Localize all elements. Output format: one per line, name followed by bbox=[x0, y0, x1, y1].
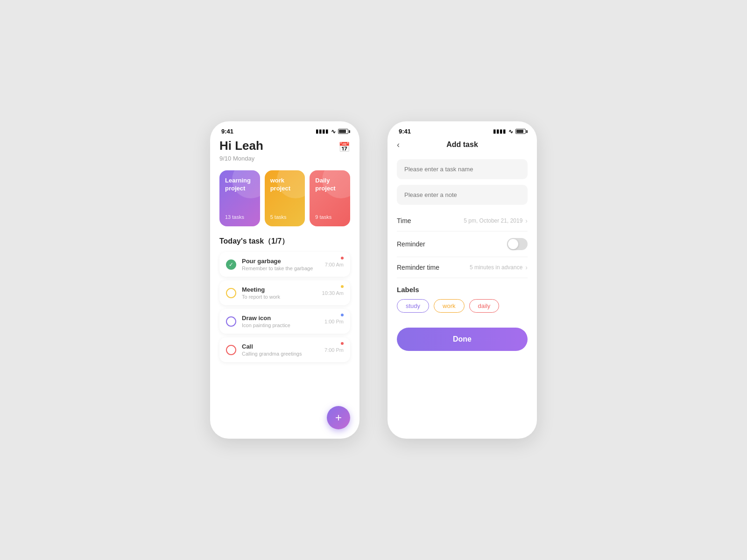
task-desc-call: Calling grandma greetings bbox=[242, 351, 319, 357]
time-1: 9:41 bbox=[221, 128, 233, 135]
status-icons-1: ▮▮▮▮ ∿ bbox=[316, 128, 348, 135]
task-time-meeting: 10:30 Am bbox=[322, 290, 344, 296]
time-row[interactable]: Time 5 pm, October 21, 2019 › bbox=[397, 210, 528, 231]
task-desc-meeting: To report to work bbox=[242, 294, 317, 300]
phone1-content: Hi Leah 📅 9/10 Monday Learning project 1… bbox=[210, 139, 359, 371]
task-name-call: Call bbox=[242, 343, 319, 350]
wifi-icon: ∿ bbox=[331, 128, 336, 135]
section-title: Today's task（1/7） bbox=[219, 237, 350, 246]
chevron-right-icon-2: › bbox=[525, 264, 528, 271]
task-dot-draw-icon bbox=[341, 314, 344, 316]
reminder-time-row[interactable]: Reminder time 5 minutes in advance › bbox=[397, 257, 528, 278]
task-item-meeting[interactable]: Meeting To report to work 10:30 Am bbox=[219, 280, 350, 305]
task-name-input[interactable] bbox=[397, 159, 528, 179]
label-chip-work[interactable]: work bbox=[434, 299, 464, 313]
note-input[interactable] bbox=[397, 185, 528, 205]
wifi-icon-2: ∿ bbox=[508, 128, 513, 135]
status-bar-1: 9:41 ▮▮▮▮ ∿ bbox=[210, 121, 359, 139]
greeting-title: Hi Leah bbox=[219, 139, 263, 153]
nav-title: Add task bbox=[446, 140, 478, 149]
time-value: 5 pm, October 21, 2019 bbox=[464, 217, 522, 224]
reminder-row: Reminder bbox=[397, 231, 528, 257]
status-icons-2: ▮▮▮▮ ∿ bbox=[493, 128, 526, 135]
task-time-call: 7:00 Pm bbox=[324, 347, 344, 353]
label-chip-daily[interactable]: daily bbox=[469, 299, 500, 313]
task-dot-pour-garbage bbox=[341, 257, 344, 259]
greeting-date: 9/10 Monday bbox=[219, 155, 350, 162]
project-daily-tasks: 9 tasks bbox=[315, 214, 345, 220]
projects-row: Learning project 13 tasks work project 5… bbox=[219, 170, 350, 226]
reminder-toggle[interactable] bbox=[507, 238, 528, 250]
battery-icon bbox=[338, 129, 348, 134]
chevron-right-icon: › bbox=[525, 217, 528, 224]
reminder-time-value: 5 minutes in advance bbox=[470, 264, 522, 271]
project-card-daily[interactable]: Daily project 9 tasks bbox=[310, 170, 350, 226]
labels-title: Labels bbox=[397, 286, 528, 294]
calendar-icon[interactable]: 📅 bbox=[338, 141, 350, 153]
task-dot-meeting bbox=[341, 285, 344, 288]
nav-bar: ‹ Add task bbox=[397, 139, 528, 151]
task-check-call[interactable] bbox=[226, 345, 236, 355]
labels-row: study work daily bbox=[397, 299, 528, 313]
reminder-label: Reminder bbox=[397, 240, 425, 248]
project-card-learning[interactable]: Learning project 13 tasks bbox=[219, 170, 260, 226]
time-value-group: 5 pm, October 21, 2019 › bbox=[464, 217, 528, 224]
task-name-meeting: Meeting bbox=[242, 286, 317, 293]
task-check-draw-icon[interactable] bbox=[226, 316, 236, 327]
task-item-call[interactable]: Call Calling grandma greetings 7:00 Pm bbox=[219, 337, 350, 362]
task-check-meeting[interactable] bbox=[226, 288, 236, 298]
label-chip-study[interactable]: study bbox=[397, 299, 429, 313]
task-check-pour-garbage[interactable]: ✓ bbox=[226, 259, 236, 270]
battery-icon-2 bbox=[515, 129, 526, 134]
project-learning-tasks: 13 tasks bbox=[225, 214, 254, 220]
project-learning-title: Learning project bbox=[225, 177, 254, 193]
phone2-content: ‹ Add task Time 5 pm, October 21, 2019 ›… bbox=[388, 139, 537, 360]
project-work-title: work project bbox=[270, 177, 300, 193]
task-dot-call bbox=[341, 342, 344, 345]
reminder-time-value-group: 5 minutes in advance › bbox=[470, 264, 528, 271]
time-2: 9:41 bbox=[399, 128, 411, 135]
task-name-pour-garbage: Pour garbage bbox=[242, 258, 319, 265]
toggle-thumb bbox=[508, 239, 518, 249]
signal-icon-2: ▮▮▮▮ bbox=[493, 128, 506, 134]
task-time-pour-garbage: 7:00 Am bbox=[325, 262, 344, 267]
task-desc-draw-icon: Icon painting practice bbox=[242, 322, 319, 328]
add-task-fab[interactable]: + bbox=[327, 406, 350, 429]
phone-1: 9:41 ▮▮▮▮ ∿ Hi Leah 📅 9/10 Monday Learni… bbox=[210, 121, 359, 439]
signal-icon: ▮▮▮▮ bbox=[316, 128, 329, 134]
labels-section: Labels study work daily bbox=[397, 286, 528, 313]
time-label: Time bbox=[397, 217, 411, 224]
phone-2: 9:41 ▮▮▮▮ ∿ ‹ Add task Time 5 pm, Octobe… bbox=[388, 121, 537, 439]
task-name-draw-icon: Draw icon bbox=[242, 315, 319, 322]
project-work-tasks: 5 tasks bbox=[270, 214, 300, 220]
done-button[interactable]: Done bbox=[397, 328, 528, 351]
task-desc-pour-garbage: Remember to take the garbage bbox=[242, 266, 319, 271]
task-info-pour-garbage: Pour garbage Remember to take the garbag… bbox=[242, 258, 319, 271]
task-item-pour-garbage[interactable]: ✓ Pour garbage Remember to take the garb… bbox=[219, 252, 350, 277]
task-list: ✓ Pour garbage Remember to take the garb… bbox=[219, 252, 350, 362]
task-info-meeting: Meeting To report to work bbox=[242, 286, 317, 300]
task-info-draw-icon: Draw icon Icon painting practice bbox=[242, 315, 319, 328]
reminder-time-label: Reminder time bbox=[397, 264, 439, 271]
task-info-call: Call Calling grandma greetings bbox=[242, 343, 319, 357]
project-daily-title: Daily project bbox=[315, 177, 345, 193]
task-time-draw-icon: 1:00 Pm bbox=[324, 319, 344, 324]
back-button[interactable]: ‹ bbox=[397, 140, 400, 150]
task-item-draw-icon[interactable]: Draw icon Icon painting practice 1:00 Pm bbox=[219, 309, 350, 334]
project-card-work[interactable]: work project 5 tasks bbox=[265, 170, 305, 226]
status-bar-2: 9:41 ▮▮▮▮ ∿ bbox=[388, 121, 537, 139]
greeting-row: Hi Leah 📅 bbox=[219, 139, 350, 153]
